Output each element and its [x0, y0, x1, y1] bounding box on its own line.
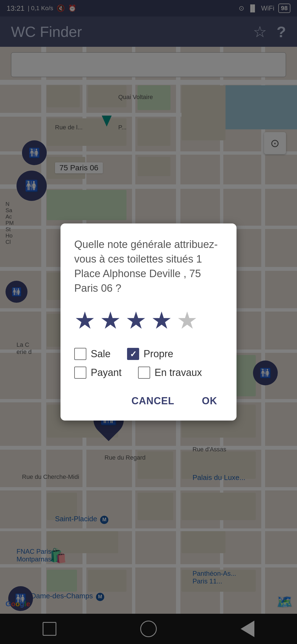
rating-dialog: Quelle note générale attribuez-vous à ce…: [61, 223, 237, 421]
star-4[interactable]: ★: [151, 307, 172, 334]
checkbox-propre[interactable]: Propre: [127, 348, 173, 360]
checkbox-travaux-box[interactable]: [138, 367, 150, 379]
checkbox-sale[interactable]: Sale: [74, 348, 111, 360]
star-3[interactable]: ★: [125, 307, 147, 334]
checkbox-travaux[interactable]: En travaux: [138, 367, 202, 379]
dialog-buttons: CANCEL OK: [74, 392, 223, 410]
checkbox-payant-label: Payant: [91, 367, 122, 378]
checkbox-propre-box[interactable]: [127, 348, 139, 360]
star-rating-row[interactable]: ★ ★ ★ ★ ★: [74, 307, 223, 334]
star-2[interactable]: ★: [100, 307, 121, 334]
dialog-overlay: Quelle note générale attribuez-vous à ce…: [0, 0, 297, 644]
star-5[interactable]: ★: [177, 307, 198, 334]
dialog-question: Quelle note générale attribuez-vous à ce…: [74, 237, 223, 296]
ok-button[interactable]: OK: [196, 392, 223, 410]
cancel-button[interactable]: CANCEL: [126, 392, 180, 410]
checkbox-sale-box[interactable]: [74, 348, 86, 360]
checkbox-propre-label: Propre: [144, 348, 173, 360]
checkbox-payant-box[interactable]: [74, 367, 86, 379]
checkbox-sale-label: Sale: [91, 348, 111, 360]
star-1[interactable]: ★: [74, 307, 95, 334]
checkbox-group: Sale Propre Payant En travaux: [74, 348, 223, 379]
checkbox-row-2: Payant En travaux: [74, 367, 223, 379]
checkbox-travaux-label: En travaux: [155, 367, 202, 378]
checkbox-row-1: Sale Propre: [74, 348, 223, 360]
checkbox-payant[interactable]: Payant: [74, 367, 122, 379]
